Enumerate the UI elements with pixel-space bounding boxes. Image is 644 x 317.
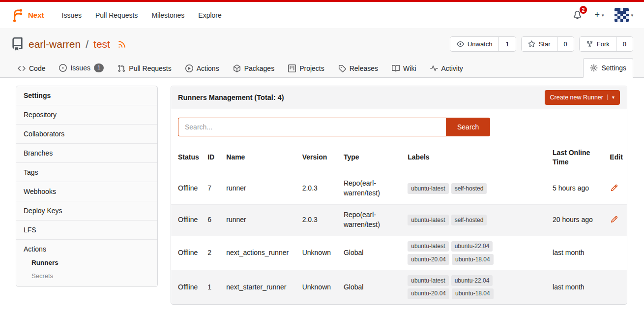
runner-name: next_starter_runner (222, 270, 298, 304)
search-input[interactable] (178, 118, 446, 136)
runner-version: Unknown (298, 270, 340, 304)
issues-count-badge: 1 (94, 63, 104, 72)
tab-label: Issues (70, 64, 90, 72)
pull-request-icon (117, 64, 125, 72)
edit-runner-button[interactable] (610, 215, 619, 224)
create-new-dropdown[interactable]: + ▾ (594, 10, 604, 20)
pencil-icon (611, 184, 618, 191)
eye-icon (457, 40, 464, 48)
runner-status: Offline (171, 173, 204, 204)
fork-button-group: Fork 0 (579, 36, 633, 52)
fork-button[interactable]: Fork (580, 37, 616, 51)
search-bar: Search (171, 109, 627, 142)
runner-label: ubuntu-latest (408, 275, 448, 286)
col-type: Type (340, 142, 404, 173)
tab-actions[interactable]: Actions (178, 59, 226, 78)
tab-label: Activity (441, 64, 463, 72)
tab-label: Settings (601, 64, 626, 72)
sidebar-item-tags[interactable]: Tags (16, 163, 157, 182)
runner-label: ubuntu-18.04 (452, 288, 494, 299)
repo-separator: / (86, 38, 88, 50)
runner-labels: ubuntu-latest ubuntu-22.04 ubuntu-20.04 … (408, 275, 503, 299)
issue-icon (59, 64, 67, 72)
runner-label: ubuntu-20.04 (408, 288, 449, 299)
nav-item-milestones[interactable]: Milestones (145, 7, 191, 24)
play-icon (185, 64, 193, 72)
col-id: ID (204, 142, 222, 173)
repo-title: earl-warren / test (11, 37, 126, 51)
nav-item-issues[interactable]: Issues (55, 7, 88, 24)
tab-issues[interactable]: Issues 1 (52, 58, 111, 78)
repo-name-link[interactable]: test (93, 38, 110, 50)
runner-status: Offline (171, 236, 204, 270)
tab-projects[interactable]: Projects (281, 59, 331, 78)
sidebar-item-runners[interactable]: Runners (16, 256, 157, 269)
sidebar-item-secrets[interactable]: Secrets (16, 269, 157, 283)
repo-owner-link[interactable]: earl-warren (29, 38, 81, 50)
runner-label: ubuntu-20.04 (408, 254, 449, 265)
star-icon (528, 40, 535, 48)
runner-labels: ubuntu-latest self-hosted (408, 183, 503, 194)
sidebar-item-collaborators[interactable]: Collaborators (16, 125, 157, 144)
col-name: Name (222, 142, 298, 173)
pulse-icon (430, 64, 438, 72)
book-icon (392, 64, 400, 72)
col-last-online: Last Online Time (549, 142, 606, 173)
tab-label: Code (29, 64, 45, 72)
repo-tabs: Code Issues 1 Pull Requests Actions Pack… (0, 58, 644, 78)
notifications-button[interactable]: 2 (571, 9, 584, 21)
watchers-count[interactable]: 1 (498, 37, 515, 51)
tab-label: Projects (299, 64, 324, 72)
sidebar-item-deploy-keys[interactable]: Deploy Keys (16, 201, 157, 221)
user-menu[interactable]: ▾ (615, 8, 633, 22)
forks-count[interactable]: 0 (616, 37, 633, 51)
watch-button-group: Unwatch 1 (450, 36, 516, 52)
stars-count[interactable]: 0 (557, 37, 574, 51)
runner-name: next_actions_runner (222, 236, 298, 270)
panel-header: Runners Management (Total: 4) Create new… (171, 86, 627, 109)
col-status: Status (171, 142, 204, 173)
unwatch-button[interactable]: Unwatch (450, 37, 499, 51)
chevron-down-icon: ▾ (607, 95, 615, 100)
sidebar-item-lfs[interactable]: LFS (16, 221, 157, 240)
runner-last-online: 20 hours ago (549, 204, 606, 236)
search-button[interactable]: Search (446, 118, 490, 136)
sidebar-item-webhooks[interactable]: Webhooks (16, 182, 157, 201)
nav-item-pull-requests[interactable]: Pull Requests (88, 7, 145, 24)
runner-label: self-hosted (451, 215, 487, 225)
tab-label: Actions (197, 64, 219, 72)
sidebar-group-actions: Actions Runners Secrets (16, 240, 157, 286)
tab-wiki[interactable]: Wiki (385, 59, 423, 78)
repo-icon (11, 37, 24, 51)
edit-runner-button[interactable] (610, 183, 619, 192)
sidebar-item-actions[interactable]: Actions (16, 240, 157, 256)
tab-settings[interactable]: Settings (583, 58, 633, 78)
tab-label: Wiki (403, 64, 416, 72)
sidebar-item-branches[interactable]: Branches (16, 144, 157, 163)
nav-item-explore[interactable]: Explore (191, 7, 228, 24)
tab-activity[interactable]: Activity (423, 59, 470, 78)
runner-label: self-hosted (451, 183, 487, 194)
settings-sidebar: Settings Repository Collaborators Branch… (16, 86, 158, 287)
runner-label: ubuntu-22.04 (451, 241, 493, 252)
settings-content: Settings Repository Collaborators Branch… (0, 78, 644, 305)
tag-icon (338, 64, 346, 72)
sidebar-item-repository[interactable]: Repository (16, 105, 157, 125)
tab-releases[interactable]: Releases (331, 59, 385, 78)
runner-id: 2 (204, 236, 222, 270)
create-runner-button[interactable]: Create new Runner ▾ (545, 90, 620, 105)
runner-id: 1 (204, 270, 222, 304)
tab-packages[interactable]: Packages (226, 59, 281, 78)
forgejo-home-link[interactable]: Next (11, 8, 44, 22)
rss-feed-icon[interactable] (117, 40, 126, 49)
runners-panel: Runners Management (Total: 4) Create new… (171, 86, 627, 305)
top-navbar: Next Issues Pull Requests Milestones Exp… (0, 0, 644, 28)
star-label: Star (539, 40, 551, 48)
star-button-group: Star 0 (521, 36, 574, 52)
star-button[interactable]: Star (522, 37, 557, 51)
tab-pull-requests[interactable]: Pull Requests (111, 59, 178, 78)
runner-version: 2.0.3 (298, 173, 340, 204)
tab-label: Pull Requests (129, 64, 171, 72)
tab-code[interactable]: Code (11, 59, 52, 78)
package-icon (233, 64, 241, 72)
